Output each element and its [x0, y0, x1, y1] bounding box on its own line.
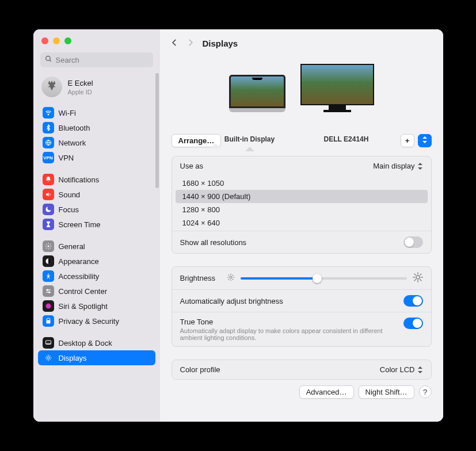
account-name: E Eckel: [68, 79, 93, 87]
search-icon: [45, 55, 52, 64]
svg-marker-47: [418, 371, 422, 373]
settings-window: Search E Eckel Apple ID Wi-FiBluetoothNe…: [33, 29, 443, 422]
show-all-label: Show all resolutions: [180, 238, 247, 247]
true-tone-desc: Automatically adapt display to make colo…: [180, 327, 403, 341]
sidebar-item-sound[interactable]: Sound: [38, 187, 155, 202]
wifi-icon: [43, 107, 54, 119]
sidebar-scrollbar[interactable]: [155, 73, 159, 188]
sidebar-item-label: General: [59, 242, 85, 251]
svg-point-4: [47, 246, 49, 247]
svg-line-35: [229, 279, 229, 280]
auto-brightness-label: Automatically adjust brightness: [180, 297, 283, 305]
sidebar-item-label: Appearance: [59, 257, 99, 266]
page-title: Displays: [203, 39, 238, 48]
display-settings-panel: Use as Main display 1680 × 10501440 × 90…: [172, 156, 432, 254]
sidebar-item-focus[interactable]: Focus: [38, 202, 155, 217]
disp-icon: [43, 352, 54, 364]
sidebar: Search E Eckel Apple ID Wi-FiBluetoothNe…: [33, 29, 160, 422]
sidebar-item-label: Focus: [59, 205, 79, 214]
builtin-display-label[interactable]: Built-in Display: [215, 135, 284, 143]
add-display-button[interactable]: +: [401, 134, 414, 147]
siri-icon: [43, 300, 54, 312]
sidebar-item-label: Privacy & Security: [59, 317, 119, 326]
builtin-display-thumb[interactable]: [229, 75, 285, 112]
svg-line-23: [49, 356, 50, 357]
sidebar-item-network[interactable]: Network: [38, 135, 155, 150]
svg-line-20: [46, 356, 47, 357]
sidebar-item-siri-spotlight[interactable]: Siri & Spotlight: [38, 299, 155, 314]
sidebar-item-screen-time[interactable]: Screen Time: [38, 217, 155, 232]
svg-marker-25: [422, 141, 427, 143]
sidebar-item-vpn[interactable]: VPNVPN: [38, 150, 155, 165]
resolution-option[interactable]: 1440 × 900 (Default): [176, 190, 428, 203]
bell-icon: [43, 174, 54, 185]
advanced-button[interactable]: Advanced…: [299, 385, 354, 399]
sidebar-item-label: Sound: [59, 190, 81, 199]
forward-button[interactable]: [186, 37, 195, 49]
svg-point-2: [48, 114, 49, 115]
sidebar-item-general[interactable]: General: [38, 239, 155, 254]
color-profile-row: Color profile Color LCD: [172, 360, 431, 379]
zoom-window-button[interactable]: [64, 37, 71, 44]
svg-point-28: [230, 276, 232, 278]
access-icon: [43, 270, 54, 282]
sidebar-item-bluetooth[interactable]: Bluetooth: [38, 120, 155, 135]
moon-icon: [43, 204, 54, 215]
footer-buttons: Advanced… Night Shift… ?: [172, 380, 432, 399]
search-field-wrap: Search: [40, 52, 153, 67]
back-button[interactable]: [170, 37, 178, 49]
content: Arrange… Built-in Display DELL E2414H + …: [160, 57, 443, 422]
external-display-thumb[interactable]: [300, 64, 374, 112]
external-display-label[interactable]: DELL E2414H: [312, 135, 381, 143]
show-all-toggle[interactable]: [403, 236, 423, 248]
sidebar-item-desktop-dock[interactable]: Desktop & Dock: [38, 335, 155, 350]
svg-line-43: [420, 280, 421, 281]
lock-icon: [43, 315, 54, 327]
brightness-panel: Brightness A: [172, 266, 432, 347]
svg-line-36: [233, 275, 233, 276]
sun-large-icon: [413, 272, 423, 284]
sidebar-item-displays[interactable]: Displays: [38, 350, 155, 365]
sidebar-scroll: E Eckel Apple ID Wi-FiBluetoothNetworkVP…: [33, 73, 160, 422]
chevron-up-down-icon: [417, 163, 423, 170]
brightness-slider[interactable]: [241, 277, 407, 280]
vpn-icon: VPN: [43, 152, 54, 163]
resolution-option[interactable]: 1680 × 1050: [176, 177, 428, 190]
sidebar-item-notifications[interactable]: Notifications: [38, 172, 155, 187]
svg-line-1: [49, 60, 51, 62]
use-as-popup[interactable]: Main display: [373, 162, 422, 170]
sidebar-item-control-center[interactable]: Control Center: [38, 284, 155, 299]
close-window-button[interactable]: [41, 37, 48, 44]
gear-icon: [43, 240, 54, 252]
account-row[interactable]: E Eckel Apple ID: [33, 73, 160, 104]
color-profile-popup[interactable]: Color LCD: [380, 365, 423, 374]
display-options-button[interactable]: [418, 134, 432, 147]
main-pane: Displays Arrange… Built-in Display DELL …: [160, 29, 443, 422]
sidebar-item-appearance[interactable]: Appearance: [38, 254, 155, 269]
svg-marker-24: [422, 136, 427, 139]
svg-line-44: [414, 280, 416, 281]
sidebar-item-accessibility[interactable]: Accessibility: [38, 269, 155, 284]
true-tone-toggle[interactable]: [403, 318, 423, 329]
auto-brightness-toggle[interactable]: [403, 295, 423, 307]
svg-line-22: [46, 360, 47, 360]
chevron-up-down-icon: [417, 366, 423, 373]
dock-icon: [43, 337, 54, 349]
color-profile-label: Color profile: [180, 365, 220, 374]
minimize-window-button[interactable]: [53, 37, 60, 44]
search-input[interactable]: Search: [40, 52, 153, 67]
sidebar-item-wi-fi[interactable]: Wi-Fi: [38, 105, 155, 120]
toolbar: Displays: [160, 29, 443, 57]
svg-point-8: [47, 289, 48, 291]
resolution-option[interactable]: 1024 × 640: [176, 216, 428, 230]
sidebar-item-privacy-security[interactable]: Privacy & Security: [38, 314, 155, 328]
display-arrangement: Arrange… Built-in Display DELL E2414H +: [172, 64, 432, 143]
svg-point-11: [45, 304, 51, 309]
sidebar-item-label: Desktop & Dock: [59, 339, 112, 347]
help-button[interactable]: ?: [419, 385, 432, 398]
svg-point-10: [48, 292, 49, 293]
night-shift-button[interactable]: Night Shift…: [359, 385, 414, 399]
svg-line-45: [420, 274, 421, 275]
resolution-option[interactable]: 1280 × 800: [176, 203, 428, 216]
search-placeholder: Search: [56, 56, 79, 64]
